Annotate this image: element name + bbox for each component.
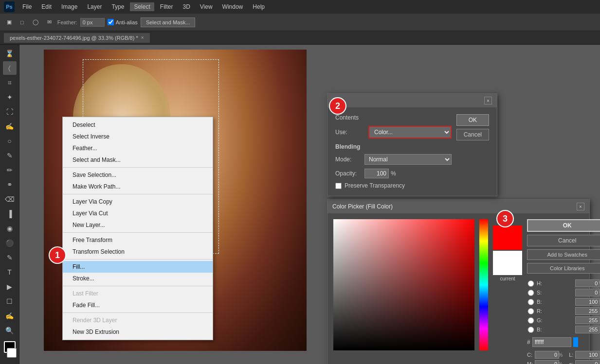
crop-tool-icon[interactable]: ⛶: [3, 105, 17, 119]
cp-ok-btn[interactable]: OK: [527, 219, 600, 232]
blur-tool-icon[interactable]: ◉: [3, 222, 17, 235]
cp-r-radio[interactable]: [527, 308, 535, 314]
cp-hash-symbol: #: [527, 339, 530, 346]
brush-tool-icon[interactable]: ✎: [3, 149, 17, 162]
pen-tool-icon[interactable]: ✎: [3, 251, 17, 264]
lasso-tool-btn[interactable]: ✉: [44, 17, 55, 27]
fill-ok-btn[interactable]: OK: [456, 114, 489, 126]
rect-tool-btn[interactable]: □: [18, 18, 27, 27]
hand-tool-icon[interactable]: ✍: [3, 309, 17, 323]
fill-dialog-close-btn[interactable]: ×: [484, 97, 492, 104]
tab-close-btn[interactable]: ×: [141, 35, 144, 40]
menu-file[interactable]: File: [18, 2, 36, 11]
main-area: ⌛ 〈 ⌗ ✦ ⛶ ✍ ○ ✎ ✏ ⚭ ⌫ ▐ ◉ ⚫ ✎ T ▶ ☐ ✍ 🔍: [0, 45, 600, 364]
ctx-new-3d-extrusion[interactable]: New 3D Extrusion: [63, 326, 213, 338]
cp-l-input[interactable]: [575, 351, 600, 359]
magic-wand-icon[interactable]: ✦: [3, 90, 17, 104]
cp-close-btn[interactable]: ×: [577, 203, 584, 210]
menu-window[interactable]: Window: [218, 2, 247, 11]
ctx-save-selection[interactable]: Save Selection...: [63, 169, 213, 181]
fill-preserve-checkbox[interactable]: [335, 183, 342, 189]
cp-h-radio[interactable]: [527, 280, 535, 287]
cp-s-radio[interactable]: [527, 290, 535, 296]
marquee-tool-icon[interactable]: 〈: [3, 61, 17, 75]
move-tool-icon[interactable]: ⌛: [3, 47, 17, 60]
ctx-feather[interactable]: Feather...: [63, 142, 213, 154]
eyedropper-icon[interactable]: ✍: [3, 120, 17, 133]
ctx-sep3: [63, 232, 213, 233]
cp-color-libraries-btn[interactable]: Color Libraries: [527, 263, 600, 274]
hue-bar[interactable]: [479, 219, 488, 350]
document-tab[interactable]: pexels-esther-234072-746496.jpg @ 33.3% …: [4, 33, 150, 43]
menu-help[interactable]: Help: [249, 2, 269, 11]
ctx-layer-via-cut[interactable]: Layer Via Cut: [63, 208, 213, 219]
menu-edit[interactable]: Edit: [37, 2, 55, 11]
antialias-checkbox[interactable]: [108, 19, 114, 25]
ctx-make-work-path[interactable]: Make Work Path...: [63, 181, 213, 192]
gradient-tool-icon[interactable]: ▐: [3, 207, 17, 221]
fill-opacity-input[interactable]: [364, 169, 389, 178]
ctx-fade-fill[interactable]: Fade Fill...: [63, 299, 213, 311]
dodge-tool-icon[interactable]: ⚫: [3, 236, 17, 250]
toolbar-row: ▣ □ ◯ ✉ Feather: Anti-alias Select and M…: [0, 14, 600, 31]
ctx-render-3d: Render 3D Layer: [63, 314, 213, 326]
ctx-select-inverse[interactable]: Select Inverse: [63, 131, 213, 142]
history-brush-icon[interactable]: ⚭: [3, 178, 17, 191]
ctx-free-transform[interactable]: Free Transform: [63, 234, 213, 246]
menu-image[interactable]: Image: [57, 2, 81, 11]
path-tool-icon[interactable]: ▶: [3, 280, 17, 294]
cp-c-input[interactable]: [535, 351, 559, 359]
background-color-icon[interactable]: [7, 348, 17, 358]
menu-select[interactable]: Select: [130, 2, 154, 11]
cp-r-input[interactable]: [575, 307, 600, 315]
ctx-stroke[interactable]: Stroke...: [63, 273, 213, 284]
circle-tool-btn[interactable]: ◯: [30, 17, 41, 27]
ctx-transform-selection[interactable]: Transform Selection: [63, 246, 213, 258]
menu-view[interactable]: View: [196, 2, 217, 11]
cp-m-input[interactable]: [535, 360, 559, 364]
menu-3d[interactable]: 3D: [179, 2, 194, 11]
lasso-tool-icon[interactable]: ⌗: [3, 76, 17, 89]
cp-g-radio[interactable]: [527, 317, 535, 324]
menu-filter[interactable]: Filter: [156, 2, 177, 11]
cp-b2-input[interactable]: [575, 326, 600, 333]
fill-cancel-btn[interactable]: Cancel: [456, 129, 489, 140]
left-panel: ⌛ 〈 ⌗ ✦ ⛶ ✍ ○ ✎ ✏ ⚭ ⌫ ▐ ◉ ⚫ ✎ T ▶ ☐ ✍ 🔍: [0, 45, 19, 364]
marquee-tool-btn[interactable]: ▣: [4, 17, 15, 27]
ctx-layer-via-copy[interactable]: Layer Via Copy: [63, 196, 213, 208]
healing-brush-icon[interactable]: ○: [3, 134, 17, 148]
cp-hex-bar: [573, 337, 578, 347]
fill-opacity-label: Opacity:: [335, 170, 364, 177]
fill-use-select[interactable]: Color...: [369, 127, 451, 138]
current-swatch-label: current: [500, 276, 515, 281]
cp-s-input[interactable]: [575, 289, 600, 296]
feather-input[interactable]: [80, 18, 105, 27]
fill-opacity-row: Opacity: %: [335, 169, 452, 178]
ctx-select-mask[interactable]: Select and Mask...: [63, 154, 213, 166]
cp-cmyk-fields: C: % L: M: % a: Y: %: [527, 351, 600, 364]
shape-tool-icon[interactable]: ☐: [3, 295, 17, 308]
ctx-new-layer[interactable]: New Layer...: [63, 219, 213, 231]
cp-add-swatches-btn[interactable]: Add to Swatches: [527, 249, 600, 260]
ctx-fill[interactable]: Fill...: [63, 261, 213, 273]
cp-cancel-btn[interactable]: Cancel: [527, 235, 600, 246]
cp-h-input[interactable]: [575, 279, 600, 287]
cp-a-input[interactable]: [575, 360, 600, 364]
menu-layer[interactable]: Layer: [83, 2, 106, 11]
menu-type[interactable]: Type: [108, 2, 128, 11]
eraser-tool-icon[interactable]: ⌫: [3, 192, 17, 206]
ctx-deselect[interactable]: Deselect: [63, 119, 213, 131]
stamp-tool-icon[interactable]: ✏: [3, 163, 17, 177]
fill-mode-select[interactable]: Normal: [364, 154, 452, 165]
cp-hex-input[interactable]: [532, 337, 571, 347]
cp-g-input[interactable]: [575, 316, 600, 324]
select-and-mask-btn[interactable]: Select and Mask...: [141, 17, 196, 27]
zoom-tool-icon[interactable]: 🔍: [3, 324, 17, 337]
cp-b2-radio[interactable]: [527, 327, 535, 333]
text-tool-icon[interactable]: T: [3, 265, 17, 279]
cp-b-radio[interactable]: [527, 299, 535, 305]
cp-b-input[interactable]: [575, 298, 600, 306]
antialias-checkbox-label: Anti-alias: [108, 19, 138, 25]
color-gradient-field[interactable]: [333, 219, 474, 350]
color-swatch-area: new current: [493, 219, 522, 364]
